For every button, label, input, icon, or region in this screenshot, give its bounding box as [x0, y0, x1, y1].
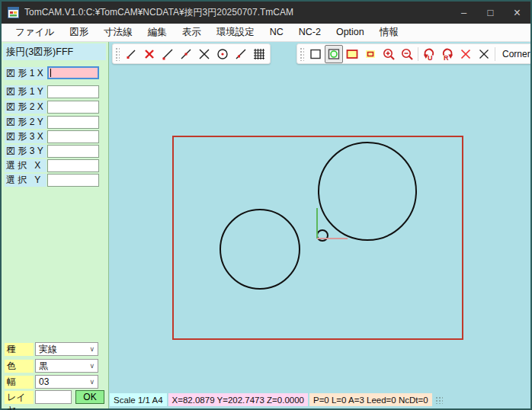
field-label-shape1y: 図 形 1 Y	[5, 85, 46, 98]
svg-text:U: U	[428, 54, 433, 62]
ok-button[interactable]: OK	[75, 390, 104, 404]
line-color-select[interactable]: 黒 ∨	[35, 359, 98, 373]
toolbar-grip[interactable]	[300, 47, 304, 61]
line-midpoint-icon	[179, 47, 193, 61]
zoom-out-button[interactable]	[398, 45, 416, 63]
resize-grip[interactable]	[435, 396, 443, 404]
menu-item-settings[interactable]: 環境設定	[209, 24, 262, 41]
line-width-select[interactable]: 03 ∨	[35, 375, 98, 389]
main-area: 接円(3図形)FFF 図 形 1 X 図 形 1 Y 図 形 2 X 図 形 2…	[2, 42, 530, 408]
view-toolbar: U R Corner ▾	[296, 43, 530, 64]
rectangle-outline-button[interactable]	[306, 45, 325, 63]
line-midpoint-button[interactable]	[177, 45, 195, 63]
line-kind-label: 種	[5, 343, 34, 356]
chevron-down-icon: ∨	[89, 345, 95, 353]
delete-black-icon	[477, 47, 491, 61]
redo-button[interactable]: R	[438, 45, 457, 63]
menu-bar: ファイル 図形 寸法線 編集 表示 環境設定 NC NC-2 Option 情報	[2, 24, 530, 42]
line-width-value: 03	[39, 376, 49, 387]
app-icon	[8, 7, 19, 18]
toolbar-grip[interactable]	[115, 47, 120, 61]
shape3-x-input[interactable]	[47, 130, 99, 143]
corner-label: Corner	[502, 49, 530, 59]
status-bar: Scale 1/1 A4 X=82.0879 Y=202.7473 Z=0.00…	[110, 393, 443, 406]
rectangle-circle-icon	[327, 47, 341, 61]
menu-item-file[interactable]: ファイル	[8, 24, 62, 41]
cross-lines-button[interactable]	[195, 45, 213, 63]
delete-point-icon	[143, 47, 156, 61]
toolbar-separator	[418, 47, 418, 61]
corner-dropdown[interactable]: Corner ▾	[497, 46, 530, 62]
field-label-select-y: 選 択 Y	[5, 174, 46, 187]
field-label-shape3x: 図 形 3 X	[5, 130, 46, 143]
layer-input[interactable]	[35, 390, 72, 404]
window-title: TomCAM.V1.0:C:¥TomCAM¥NCDATA¥接円3円2025070…	[24, 6, 293, 19]
circle-center-icon	[216, 47, 229, 61]
field-label-select-x: 選 択 X	[5, 159, 46, 172]
field-label-shape2y: 図 形 2 Y	[5, 116, 46, 129]
zoom-out-icon	[400, 47, 414, 61]
line-point-button[interactable]	[122, 45, 140, 63]
zoom-window-small-button[interactable]	[361, 45, 380, 63]
delete-black-button[interactable]	[475, 45, 493, 63]
menu-item-info[interactable]: 情報	[372, 24, 406, 41]
menu-item-nc2[interactable]: NC-2	[291, 24, 328, 41]
svg-text:R: R	[444, 54, 449, 62]
menu-item-shape[interactable]: 図形	[62, 24, 96, 41]
line-kind-select[interactable]: 実線 ∨	[35, 342, 98, 356]
status-coordinates: X=82.0879 Y=202.7473 Z=0.0000	[168, 393, 308, 406]
minimize-button[interactable]: –	[450, 2, 477, 24]
circle-center-button[interactable]	[213, 45, 232, 63]
shape2-x-input[interactable]	[47, 101, 99, 114]
select-x-input[interactable]	[47, 159, 99, 172]
zoom-window-small-icon	[364, 47, 377, 61]
close-button[interactable]: ×	[504, 2, 530, 24]
shape2-y-input[interactable]	[47, 116, 99, 129]
grid-icon	[252, 47, 266, 61]
menu-item-view[interactable]: 表示	[175, 24, 209, 41]
title-bar: TomCAM.V1.0:C:¥TomCAM¥NCDATA¥接円3円2025070…	[2, 2, 530, 24]
delete-point-button[interactable]	[140, 45, 159, 63]
parameter-panel: 接円(3図形)FFF 図 形 1 X 図 形 1 Y 図 形 2 X 図 形 2…	[2, 42, 109, 408]
menu-item-option[interactable]: Option	[328, 24, 372, 41]
line-kind-value: 実線	[39, 343, 57, 356]
menu-item-dimension[interactable]: 寸法線	[96, 24, 140, 41]
status-scale: Scale 1/1 A4	[110, 393, 167, 406]
status-counts: P=0 L=0 A=3 Leed=0 NcDt=0	[309, 393, 432, 406]
line-color-value: 黒	[39, 360, 48, 373]
shape1-x-input[interactable]	[47, 66, 99, 79]
line-color-label: 色	[5, 360, 34, 373]
line-button[interactable]	[159, 45, 177, 63]
delete-red-icon	[459, 47, 473, 61]
line-point-icon	[124, 47, 138, 61]
field-label-shape3y: 図 形 3 Y	[5, 145, 46, 158]
cross-lines-icon	[197, 47, 211, 61]
zoom-in-button[interactable]	[380, 45, 398, 63]
tool-mode-title: 接円(3図形)FFF	[3, 43, 106, 60]
rectangle-circle-button[interactable]	[325, 45, 343, 63]
chevron-down-icon: ∨	[89, 362, 95, 370]
undo-button[interactable]: U	[420, 45, 438, 63]
rectangle-outline-icon	[309, 47, 322, 61]
layer-label: レイヤ	[5, 391, 34, 404]
menu-item-nc[interactable]: NC	[262, 24, 291, 41]
select-y-input[interactable]	[47, 174, 99, 187]
maximize-button[interactable]: □	[477, 2, 504, 24]
shape3-y-input[interactable]	[47, 145, 99, 158]
line-endpoint-icon	[234, 47, 248, 61]
delete-red-button[interactable]	[457, 45, 475, 63]
undo-icon: U	[421, 46, 437, 62]
menu-item-edit[interactable]: 編集	[140, 24, 175, 41]
zoom-window-icon	[345, 47, 359, 61]
line-endpoint-button[interactable]	[232, 45, 250, 63]
zoom-in-icon	[382, 47, 396, 61]
redo-icon: R	[440, 46, 455, 62]
line-icon	[161, 47, 175, 61]
toolbar-separator	[495, 47, 495, 61]
field-label-shape1x: 図 形 1 X	[5, 67, 46, 80]
shape1-y-input[interactable]	[47, 85, 99, 98]
drawing-canvas[interactable]	[109, 42, 530, 408]
canvas-area: U R Corner ▾ Scale 1/1 A4	[109, 42, 530, 408]
zoom-window-button[interactable]	[343, 45, 361, 63]
grid-button[interactable]	[250, 45, 268, 63]
